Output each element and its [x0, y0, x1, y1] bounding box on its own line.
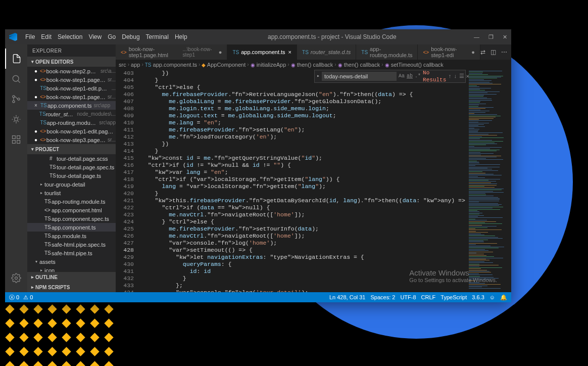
- open-editor-item[interactable]: ●<>book-now-step3.page.htmlsr...: [27, 135, 116, 144]
- status-version[interactable]: 3.6.3: [472, 294, 484, 300]
- find-selection-icon[interactable]: ☰: [459, 73, 464, 80]
- menu-help[interactable]: Help: [172, 33, 190, 40]
- more-icon[interactable]: ⋯: [501, 49, 507, 56]
- file-item[interactable]: TStour-detail.page.spec.ts: [27, 163, 116, 171]
- minimap[interactable]: [467, 70, 511, 292]
- open-editors-list: ●<>book-now-step2.page.tssrc\a...●<>book…: [27, 67, 116, 144]
- maximize-icon[interactable]: ❐: [488, 34, 494, 40]
- compare-icon[interactable]: ⇄: [480, 49, 485, 56]
- file-icon: <>: [40, 137, 46, 143]
- file-item[interactable]: TSsafe-html.pipe.spec.ts: [27, 240, 116, 249]
- extensions-icon[interactable]: [5, 129, 27, 150]
- search-icon[interactable]: [5, 69, 27, 89]
- status-lncol[interactable]: Ln 428, Col 31: [329, 294, 366, 300]
- debug-icon[interactable]: [5, 109, 27, 129]
- breadcrumb-item[interactable]: ◉ then() callback: [291, 62, 333, 68]
- tab[interactable]: TSapp-routing.module.ts: [356, 44, 418, 60]
- open-editor-item[interactable]: ●<>book-now-step2.page.tssrc\a...: [27, 67, 116, 75]
- open-editor-item[interactable]: TSbook-now-step1-edit.page.ts...: [27, 84, 116, 93]
- close-icon[interactable]: ✕: [503, 34, 507, 40]
- item-label: app.component.ts: [52, 224, 95, 231]
- file-icon: TS: [302, 50, 309, 55]
- match-case-icon[interactable]: Aa: [399, 73, 405, 80]
- breadcrumb-item[interactable]: ◆ AppComponent: [202, 62, 246, 68]
- find-next-icon[interactable]: ↓: [454, 73, 457, 80]
- file-icon: TS: [232, 50, 239, 55]
- find-prev-icon[interactable]: ↑: [448, 73, 452, 80]
- project-header[interactable]: ▾ PROJECT: [27, 144, 116, 154]
- code-content[interactable]: }) } "ctrl">else { me.firebaseProvider."…: [141, 70, 467, 292]
- menu-view[interactable]: View: [85, 33, 105, 40]
- open-editor-item[interactable]: TSrouter_state.d.tsnode_modules\...: [27, 110, 116, 118]
- file-name: book-now-step1-edit.page.ht...: [46, 128, 116, 134]
- menu-file[interactable]: File: [22, 33, 38, 40]
- scm-icon[interactable]: [5, 89, 27, 109]
- breadcrumb-item[interactable]: src: [119, 62, 126, 68]
- gear-icon[interactable]: [5, 268, 27, 288]
- item-label: app-routing.module.ts: [52, 199, 105, 205]
- open-editor-item[interactable]: TSapp-routing.module.tssrc\app: [27, 118, 116, 127]
- folder-item[interactable]: ▸icon: [27, 266, 116, 272]
- file-icon: <>: [40, 94, 46, 100]
- status-spaces[interactable]: Spaces: 2: [371, 294, 396, 300]
- status-encoding[interactable]: UTF-8: [400, 294, 416, 300]
- feedback-icon[interactable]: ☺: [489, 294, 495, 300]
- file-item[interactable]: <>app.component.html: [27, 206, 116, 214]
- match-word-icon[interactable]: ab: [407, 73, 413, 80]
- tab-path: ...\book-now-step1: [182, 47, 215, 58]
- tab[interactable]: TSrouter_state.d.ts: [297, 44, 356, 60]
- file-item[interactable]: TStour-detail.page.ts: [27, 171, 116, 180]
- breadcrumb-item[interactable]: ◉ initializeApp: [251, 62, 286, 68]
- folder-item[interactable]: ▾assets: [27, 257, 116, 266]
- file-name: book-now-step1-edit.page.ts: [46, 85, 110, 92]
- menu-selection[interactable]: Selection: [55, 33, 85, 40]
- split-icon[interactable]: ◫: [491, 49, 496, 56]
- chevron-right-icon: ▸: [38, 182, 44, 187]
- find-input[interactable]: [322, 72, 397, 81]
- find-expand-icon[interactable]: ▸: [317, 73, 320, 80]
- file-item[interactable]: TSapp-routing.module.ts: [27, 197, 116, 206]
- warnings-icon[interactable]: ⚠ 0: [23, 294, 33, 301]
- tab[interactable]: TSapp.component.ts×: [227, 44, 297, 60]
- menu-go[interactable]: Go: [105, 33, 119, 40]
- find-close-icon[interactable]: ✕: [466, 73, 470, 80]
- status-lang[interactable]: TypeScript: [440, 294, 467, 300]
- item-label: safe-html.pipe.spec.ts: [52, 242, 106, 248]
- file-item[interactable]: TSapp.component.spec.ts: [27, 214, 116, 223]
- tab[interactable]: <>book-now-step1.page.html...\book-now-s…: [116, 44, 227, 60]
- menu-edit[interactable]: Edit: [38, 33, 55, 40]
- close-icon[interactable]: ×: [34, 103, 38, 108]
- breadcrumb-item[interactable]: app: [131, 62, 140, 68]
- file-item[interactable]: TSsafe-html.pipe.ts: [27, 249, 116, 257]
- open-editor-item[interactable]: ●<>book-now-step1.page.htmlsr...: [27, 93, 116, 101]
- folder-item[interactable]: ▸tourlist: [27, 189, 116, 197]
- minimize-icon[interactable]: —: [474, 34, 479, 40]
- titlebar: FileEditSelectionViewGoDebugTerminalHelp…: [5, 29, 511, 44]
- bell-icon[interactable]: 🔔: [500, 294, 507, 301]
- menu-debug[interactable]: Debug: [119, 33, 142, 40]
- outline-header[interactable]: ▸ OUTLINE: [27, 272, 116, 282]
- file-icon: TS: [40, 103, 47, 108]
- open-editors-header[interactable]: ▾ OPEN EDITORS: [27, 57, 116, 67]
- status-eol[interactable]: CRLF: [421, 294, 436, 300]
- file-item[interactable]: #tour-detail.page.scss: [27, 154, 116, 163]
- breadcrumb-item[interactable]: TS app.component.ts: [145, 62, 197, 68]
- open-editor-item[interactable]: ×TSapp.component.tssrc\app: [27, 101, 116, 110]
- files-icon[interactable]: [5, 49, 27, 69]
- file-path: sr...: [108, 137, 116, 143]
- errors-icon[interactable]: ⓧ 0: [9, 294, 19, 301]
- breadcrumb-item[interactable]: ◉ then() callback: [338, 62, 380, 68]
- open-editor-item[interactable]: ●<>book-now-step1-edit.page.ht...: [27, 127, 116, 135]
- breadcrumb-item[interactable]: ◉ setTimeout() callback: [385, 62, 444, 68]
- file-item[interactable]: TSapp.module.ts: [27, 232, 116, 240]
- breadcrumb[interactable]: src›app›TS app.component.ts›◆ AppCompone…: [116, 60, 511, 70]
- file-path: node_modules\...: [77, 111, 116, 117]
- file-item[interactable]: TSapp.component.ts: [27, 223, 116, 232]
- npm-scripts-header[interactable]: ▸ NPM SCRIPTS: [27, 282, 116, 292]
- regex-icon[interactable]: .*: [415, 73, 421, 80]
- folder-item[interactable]: ▸tour-group-detail: [27, 180, 116, 189]
- close-icon[interactable]: ×: [288, 49, 291, 55]
- menu-terminal[interactable]: Terminal: [143, 33, 172, 40]
- open-editor-item[interactable]: ●<>book-now-step1.page.htmlsr...: [27, 75, 116, 84]
- tab[interactable]: <>book-now-step1-edi●: [418, 44, 480, 60]
